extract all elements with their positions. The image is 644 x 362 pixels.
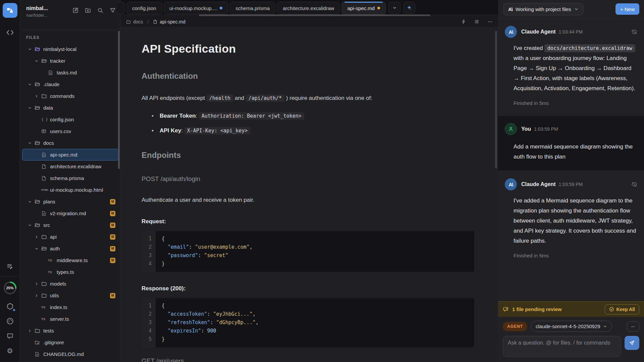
tab-partial[interactable] [116,2,125,14]
notification-dot [13,309,15,311]
message-time: 1:03:59 PM [534,126,558,132]
chevron-right-icon[interactable] [28,329,35,333]
chevron-down-icon[interactable] [28,223,35,227]
message-list[interactable]: A\ Claude Agent 1:03:44 PM I've created … [498,18,644,301]
tab-ui-mockup[interactable]: ui-mockup.mockup.... [164,2,228,14]
tree-item-tracker[interactable]: tracker [22,55,118,67]
modified-badge: M [110,223,115,228]
eye-off-icon[interactable] [631,181,637,187]
tab-config-json[interactable]: config.json [126,2,162,14]
chevron-right-icon[interactable] [35,94,41,98]
chevron-down-icon[interactable] [28,200,35,204]
tree-item-gitignore[interactable]: .gitignore [22,337,118,348]
tree-item-architecture-excalidraw[interactable]: architecture.excalidraw [22,161,118,172]
tree-item-api[interactable]: api M [22,231,118,243]
search-icon[interactable] [97,7,103,13]
thread-selector[interactable]: A\ Working with project files [503,3,583,15]
feedback-message-icon[interactable] [3,328,17,343]
tab-overflow-dropdown[interactable] [388,2,400,14]
settings-gear-icon[interactable]: ⚙ [3,343,17,358]
send-button[interactable] [625,336,639,350]
tab-architecture-excalidraw[interactable]: architecture.excalidraw [277,2,340,14]
filter-icon[interactable] [110,7,116,13]
model-selector[interactable]: claude-sonnet-4-5-20250929 [531,321,612,332]
editor-scrollbar[interactable] [495,31,497,168]
tree-item-changelog-md[interactable]: CHANGELOG.md [22,348,118,360]
chevron-right-icon[interactable] [35,282,41,286]
agent-mode-badge[interactable]: AGENT [503,322,527,331]
table-file-icon [41,129,50,134]
tree-item-users-csv[interactable]: users.csv [22,125,118,137]
tree-item-api-spec-md-selected[interactable]: api-spec.md [22,149,118,161]
tree-item-ui-mockup-html[interactable]: HTML ui-mockup.mockup.html [22,184,118,196]
tree-item-commands[interactable]: commands [22,90,118,102]
claude-avatar: A\ [505,26,517,38]
user-avatar [505,123,517,135]
tree-item-v2-migration-md[interactable]: v2-migration.md M [22,207,118,219]
folder-open-icon [35,46,43,52]
new-folder-icon[interactable] [85,7,91,13]
keep-all-button[interactable]: Keep All [605,304,640,314]
tab-schema-prisma[interactable]: schema.prisma [230,2,275,14]
new-thread-button[interactable]: + New [615,3,639,15]
app-logo[interactable] [3,3,17,18]
tree-item-server-ts[interactable]: TS server.ts [22,313,118,325]
tab-api-spec-md-active[interactable]: api-spec.md [341,2,386,14]
usage-progress-label: 25% [6,286,13,290]
chevron-down-icon[interactable] [35,247,41,251]
tree-item-data[interactable]: data [22,102,118,114]
files-section-label: FILES [20,30,120,43]
modified-badge: M [110,293,115,298]
tree-item-src[interactable]: src M [22,219,118,231]
ai-sparkle-button[interactable] [403,2,415,14]
tree-item-schema-prisma[interactable]: schema.prisma [22,172,118,184]
tree-item-config-json[interactable]: { } config.json [22,114,118,125]
usage-progress-ring[interactable]: 25% [4,282,16,294]
chat-input[interactable] [503,336,621,357]
claude-avatar: A\ [505,178,517,190]
palette-icon[interactable] [3,314,17,328]
chevron-right-icon[interactable] [35,294,41,298]
tree-item-models[interactable]: models [22,278,118,290]
tree-item-types-ts[interactable]: TS types.ts [22,266,118,278]
composer [498,335,644,362]
list-item: Bearer Token: Authorization: Bearer <jwt… [142,112,474,120]
shield-icon[interactable] [3,299,17,314]
endpoint-post-login: POST /api/auth/login [142,175,474,183]
tree-item-tests[interactable]: tests [22,325,118,337]
modified-badge: M [110,211,115,216]
message-footer: Finished in 5ms [514,100,637,106]
unsaved-dot [220,7,222,9]
tree-item-tasks-md[interactable]: tasks.md [22,67,118,78]
folder-open-icon [35,199,43,204]
notes-edit-icon[interactable] [3,259,17,274]
tree-item-utils[interactable]: utils M [22,290,118,301]
chevron-down-icon[interactable] [35,59,41,63]
tree-item-plans[interactable]: plans M [22,196,118,207]
tab-scrollbar-thumb[interactable] [199,14,430,16]
chevron-down-icon[interactable] [28,82,35,86]
markdown-preview[interactable]: API Specification Authentication All API… [121,27,498,362]
code-panel-icon[interactable] [3,25,17,40]
sidebar-scrollbar[interactable] [118,31,120,169]
outline-list-icon[interactable] [474,19,479,24]
tree-item-auth[interactable]: auth M [22,243,118,254]
chevron-down-icon[interactable] [28,141,35,145]
chevron-down-icon[interactable] [28,47,35,51]
tab-scrollbar-track[interactable] [121,14,498,16]
more-ellipsis-icon[interactable] [487,19,493,24]
tree-item-index-ts[interactable]: TS index.ts [22,301,118,313]
chevron-down-icon[interactable] [28,106,35,110]
new-file-icon[interactable] [72,7,78,13]
tree-item-claude[interactable]: .claude [22,78,118,90]
model-name: claude-sonnet-4-5-20250929 [536,323,600,329]
eye-off-icon[interactable] [631,29,637,35]
options-button[interactable]: -- [627,321,639,331]
breadcrumb[interactable]: docs / api-spec.md [126,19,185,24]
tree-item-middleware-ts[interactable]: TS middleware.ts M [22,254,118,266]
tree-item-nimbalyst-local[interactable]: nimbalyst-local [22,43,118,55]
zap-icon[interactable] [461,19,466,24]
chevron-right-icon[interactable] [35,235,41,239]
markdown-file-icon [35,352,43,357]
tree-item-docs[interactable]: docs [22,137,118,149]
